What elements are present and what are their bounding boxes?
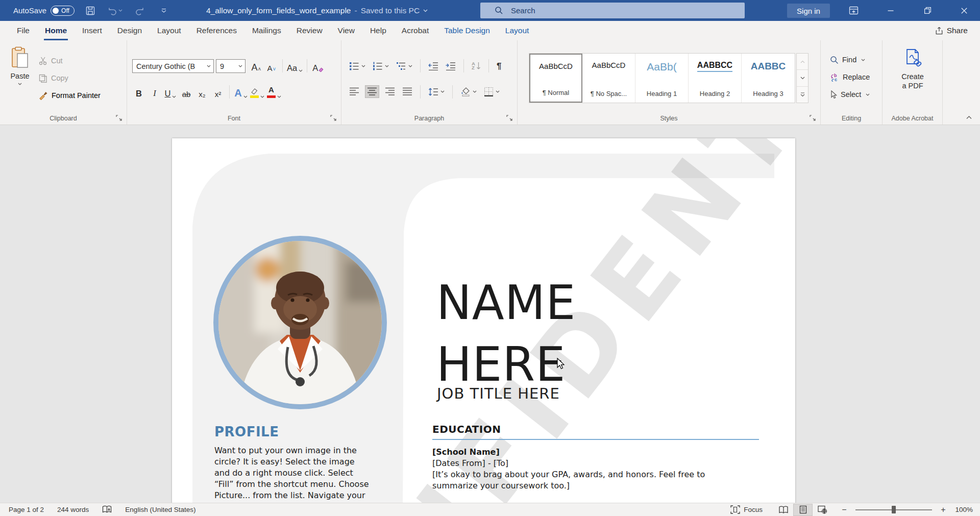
minimize-button[interactable] [878,0,903,21]
restore-icon [924,7,931,14]
sign-in-button[interactable]: Sign in [787,4,830,18]
customize-quick-access-button[interactable] [155,0,173,21]
save-button[interactable] [82,0,99,21]
clipboard-dialog-launcher[interactable] [116,115,122,121]
borders-button[interactable] [482,85,501,98]
font-color-button[interactable]: A [267,85,281,99]
autosave-toggle[interactable]: AutoSave Off [13,6,75,16]
shrink-font-button[interactable]: A˅ [265,59,278,73]
style-heading-2[interactable]: AABBCC Heading 2 [689,54,742,103]
line-spacing-button[interactable] [427,86,446,98]
format-painter-button[interactable]: Format Painter [39,89,101,102]
resume-name[interactable]: NAME HERE [436,272,576,396]
web-layout-button[interactable] [813,504,832,516]
tab-review[interactable]: Review [289,21,330,40]
collapse-ribbon-button[interactable] [966,116,972,119]
superscript-button[interactable]: x² [211,85,225,99]
tab-layout-contextual[interactable]: Layout [498,21,537,40]
tab-layout[interactable]: Layout [150,21,189,40]
select-button[interactable]: Select [830,88,870,101]
zoom-level[interactable]: 100% [948,506,973,513]
profile-photo[interactable] [213,236,387,409]
page-indicator[interactable]: Page 1 of 2 [9,506,44,513]
grow-font-button[interactable]: A˄ [250,59,263,73]
zoom-out-button[interactable]: − [839,505,849,514]
paste-button[interactable]: Paste [5,46,35,107]
font-dialog-launcher[interactable] [330,115,336,121]
zoom-in-button[interactable]: + [938,505,948,514]
education-section[interactable]: EDUCATION [School Name] [Dates From] - [… [432,423,763,492]
profile-section[interactable]: PROFILE Want to put your own image in th… [214,424,390,501]
multilevel-list-button[interactable] [395,60,414,72]
styles-scroll-up-button[interactable] [797,54,808,70]
tab-references[interactable]: References [189,21,244,40]
styles-more-button[interactable] [797,87,808,103]
tab-help[interactable]: Help [362,21,394,40]
focus-mode-button[interactable]: Focus [730,505,763,514]
copy-button[interactable]: Copy [39,72,68,84]
text-effects-button[interactable]: A [234,85,248,99]
replace-button[interactable]: b c Replace [830,71,870,83]
document-canvas[interactable]: CONFIDENTIAL [0,125,980,503]
create-pdf-button[interactable]: Create a PDF [890,47,936,90]
decrease-indent-button[interactable] [427,60,440,72]
share-button[interactable]: Share [935,21,968,40]
sort-button[interactable]: AZ [470,60,482,71]
cut-button[interactable]: Cut [39,55,63,67]
underline-button[interactable]: U [164,85,177,99]
bold-button[interactable]: B [132,85,145,99]
search-box[interactable] [480,3,745,18]
align-right-button[interactable] [383,86,397,97]
replace-icon: b c [830,73,839,82]
print-layout-button[interactable] [793,504,813,516]
tab-acrobat[interactable]: Acrobat [394,21,436,40]
align-left-button[interactable] [348,86,361,97]
font-size-combo[interactable]: 9 [216,59,246,73]
redo-button[interactable] [131,0,148,21]
clear-formatting-button[interactable]: A [311,59,325,73]
zoom-slider[interactable] [855,509,932,510]
tab-home[interactable]: Home [37,21,75,40]
styles-scroll-down-button[interactable] [797,70,808,86]
tab-table-design[interactable]: Table Design [436,21,498,40]
shading-button[interactable] [459,85,478,98]
style-no-spacing[interactable]: AaBbCcD ¶ No Spac... [582,54,635,103]
undo-button[interactable] [106,0,124,21]
font-name-combo[interactable]: Century Gothic (B [132,59,214,73]
show-formatting-marks-button[interactable]: ¶ [495,60,503,72]
language-indicator[interactable]: English (United States) [125,506,195,513]
subscript-button[interactable]: x₂ [195,85,209,99]
tab-design[interactable]: Design [110,21,150,40]
document-page[interactable]: CONFIDENTIAL [172,138,795,503]
proofing-status[interactable] [102,505,112,514]
change-case-button[interactable]: Aa [287,59,303,73]
tab-mailings[interactable]: Mailings [244,21,289,40]
bullets-button[interactable] [348,60,367,72]
numbering-button[interactable] [371,60,390,72]
styles-dialog-launcher[interactable] [810,115,816,121]
tab-insert[interactable]: Insert [75,21,110,40]
search-input[interactable] [511,6,705,15]
tab-file[interactable]: File [9,21,37,40]
autosave-pill[interactable]: Off [51,6,75,16]
tab-view[interactable]: View [330,21,362,40]
close-button[interactable] [952,0,976,21]
paragraph-dialog-launcher[interactable] [506,115,512,121]
document-title[interactable]: 4_allow_only_form_fields_word_example - … [206,0,428,21]
strikethrough-button[interactable]: ab [180,85,193,99]
increase-indent-button[interactable] [444,60,457,72]
find-button[interactable]: Find [830,54,865,66]
word-count[interactable]: 244 words [57,506,89,513]
zoom-slider-thumb[interactable] [892,506,896,513]
ribbon-display-options-button[interactable] [841,0,866,21]
resume-job-title[interactable]: JOB TITLE HERE [437,385,560,402]
restore-button[interactable] [915,0,940,21]
read-mode-button[interactable] [774,504,793,516]
italic-button[interactable]: I [148,85,161,99]
highlight-color-button[interactable] [250,85,264,99]
justify-button[interactable] [401,86,414,97]
style-normal[interactable]: AaBbCcD ¶ Normal [529,54,582,103]
style-heading-3[interactable]: AABBC Heading 3 [742,54,795,103]
align-center-button[interactable] [365,85,379,98]
style-heading-1[interactable]: AaBb( Heading 1 [635,54,689,103]
